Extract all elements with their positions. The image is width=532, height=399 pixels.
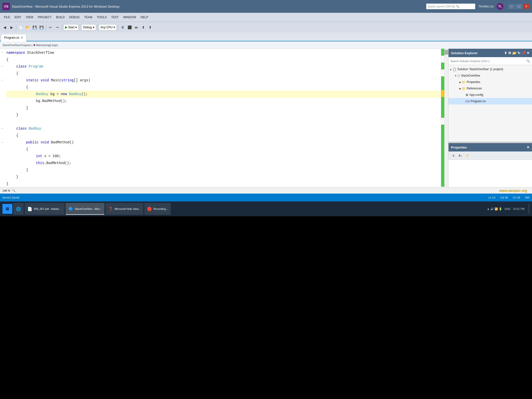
expand-btn-19 (0, 173, 4, 180)
toolbar-sep-2 (46, 24, 46, 30)
tree-expand-solution[interactable]: ▲ (449, 68, 452, 71)
toolbar-back-btn[interactable]: ◀ (1, 24, 8, 31)
toolbar-redo-btn[interactable]: ↪ (54, 24, 61, 31)
indicator-line-5 (441, 76, 444, 83)
toolbar-save-all-btn[interactable]: 💾 (38, 24, 45, 31)
solution-explorer-search[interactable]: 🔍 (449, 57, 532, 65)
expand-btn-2 (0, 56, 4, 63)
se-icon-2[interactable]: ⚙ (508, 51, 511, 55)
menu-team[interactable]: TEAM (82, 15, 94, 20)
code-line-5: static void Main( string [] args) (6, 77, 441, 84)
taskbar-recording[interactable]: 🔴 Recording... (144, 203, 171, 215)
tab-close-icon[interactable]: ✕ (21, 36, 23, 39)
properties-panel-close[interactable]: ✕ (527, 145, 530, 149)
menu-edit[interactable]: EDIT (13, 15, 23, 20)
show-desktop-btn[interactable] (528, 204, 530, 214)
close-button[interactable]: ✕ (523, 4, 530, 9)
solution-explorer-search-input[interactable] (450, 60, 526, 63)
props-events-btn[interactable]: ⚡ (464, 153, 470, 159)
scrollbar-thumb[interactable] (445, 50, 448, 55)
toolbar-save-btn[interactable]: 💾 (31, 24, 38, 31)
plain-stackoverflow: StackOverflow (25, 49, 54, 56)
taskbar-help-label: Microsoft Help View... (115, 207, 141, 210)
taskbar-pdf[interactable]: 📄 006_007.pdf - Adobe ... (25, 203, 65, 215)
code-line-8: bg.BadMethod(); (6, 98, 441, 104)
toolbar-stop-btn[interactable]: ⬛ (126, 24, 133, 31)
debug-dropdown[interactable]: Debug ▾ (81, 24, 96, 31)
indicator-line-10 (441, 111, 444, 118)
user-name: Timothy Liu (478, 5, 494, 8)
kw-static: static (26, 77, 38, 84)
toolbar-step-into-btn[interactable]: ⬇ (140, 24, 147, 31)
menu-view[interactable]: VIEW (24, 15, 35, 20)
taskbar-vs[interactable]: 🔷 StackOverflow - Micr... (66, 203, 104, 215)
minimize-button[interactable]: ─ (508, 4, 515, 9)
menu-project[interactable]: PROJECT (36, 15, 53, 20)
cpu-arrow: ▾ (114, 26, 115, 29)
tree-expand-stackoverflow[interactable]: ▼ (454, 74, 457, 77)
taskbar-pdf-label: 006_007.pdf - Adobe ... (34, 207, 62, 210)
toolbar-step-over-btn[interactable]: ⏭ (133, 24, 140, 31)
menu-build[interactable]: BUILD (54, 15, 66, 20)
start-dropdown[interactable]: ▶ Start ▾ (63, 24, 79, 31)
se-icon-1[interactable]: ⬆ (504, 51, 507, 55)
expand-btn-5[interactable]: ─ (0, 77, 4, 84)
tree-solution[interactable]: ▲ 📋 Solution 'StackOverflow' (1 project) (449, 66, 532, 72)
breadcrumb-path[interactable]: StackOverflow.Program (2, 44, 31, 47)
tree-stackoverflow[interactable]: ▼ ⬡ StackOverflow (449, 72, 532, 79)
restore-button[interactable]: □ (516, 4, 522, 9)
kw-void-2: void (41, 139, 49, 146)
right-panels: Solution Explorer ⬆ ⚙ 📂 ↻ 📌 ✕ 🔍 (448, 49, 532, 187)
menu-window[interactable]: WINDOW (121, 15, 138, 20)
tree-expand-references[interactable]: ▶ (459, 87, 461, 90)
indicator-line-7 (441, 90, 444, 97)
se-panel-close[interactable]: ✕ (527, 51, 530, 55)
quick-launch-input[interactable]: Quick Launch (Ctrl+Q) 🔍 (426, 3, 475, 9)
start-button[interactable]: ⊞ (2, 204, 12, 214)
properties-panel-header: Properties ✕ (449, 143, 532, 151)
expand-btn-12[interactable]: ─ (0, 125, 4, 132)
taskbar-help[interactable]: ❓ Microsoft Help View... (105, 203, 143, 215)
se-icon-5[interactable]: 📌 (521, 51, 526, 55)
expand-btn-3[interactable]: ─ (0, 63, 4, 70)
code-editor[interactable]: namespace StackOverflow { class Program (4, 49, 441, 187)
cpu-dropdown[interactable]: Any CPU ▾ (99, 24, 117, 31)
tree-programcs[interactable]: C# Program.cs (449, 98, 532, 104)
title-bar: VS StackOverflow - Microsoft Visual Stud… (0, 0, 532, 13)
cls-badguy-2: BadGuy (69, 91, 81, 98)
props-categories-btn[interactable]: ≡ (450, 153, 456, 159)
toolbar-forward-btn[interactable]: ▶ (8, 24, 15, 31)
menu-debug[interactable]: DEBUG (67, 15, 82, 20)
tree-references[interactable]: ▶ 📁 References (449, 85, 532, 92)
menu-test[interactable]: TEST (109, 15, 121, 20)
toolbar-new-btn[interactable]: 📄 (17, 24, 24, 31)
expand-btn-1[interactable]: ─ (0, 49, 4, 56)
expand-btn-14[interactable]: ─ (0, 139, 4, 146)
tree-expand-properties[interactable]: ▶ (459, 81, 461, 83)
menu-help[interactable]: HELP (139, 15, 150, 20)
toolbar-open-btn[interactable]: 📂 (24, 24, 31, 31)
cpu-label: Any CPU (100, 26, 113, 29)
taskbar-ie[interactable]: 🌐 (13, 203, 24, 215)
expand-btn-13 (0, 132, 4, 139)
menu-file[interactable]: FILE (2, 15, 12, 20)
se-icon-4[interactable]: ↻ (517, 51, 520, 55)
menu-tools[interactable]: TOOLS (95, 15, 109, 20)
tree-properties[interactable]: ▶ 📁 Properties (449, 79, 532, 85)
taskbar-vs-label: StackOverflow - Micr... (75, 207, 102, 210)
tray-time: 10:51 PM (513, 207, 525, 210)
vs-task-icon: 🔷 (68, 206, 73, 211)
toolbar-step-out-btn[interactable]: ⬆ (147, 24, 153, 31)
se-icon-3[interactable]: 📂 (512, 51, 516, 55)
code-line-9: } (6, 104, 441, 111)
indicator-line-15 (441, 145, 444, 152)
indicator-line-17 (441, 159, 444, 166)
editor-vertical-scrollbar[interactable] (444, 49, 448, 187)
tree-appconfig[interactable]: ⚙ App.config (449, 92, 532, 98)
props-alphabetical-btn[interactable]: A↓ (457, 153, 463, 159)
tray-icons: ▲ 🔊 📶 🔋 (487, 207, 502, 211)
indicator-line-16 (441, 152, 444, 159)
toolbar-undo-btn[interactable]: ↩ (47, 24, 54, 31)
tab-program-cs[interactable]: Program.cs ✕ (1, 34, 26, 41)
toolbar-pause-btn[interactable]: ⏸ (119, 24, 126, 31)
